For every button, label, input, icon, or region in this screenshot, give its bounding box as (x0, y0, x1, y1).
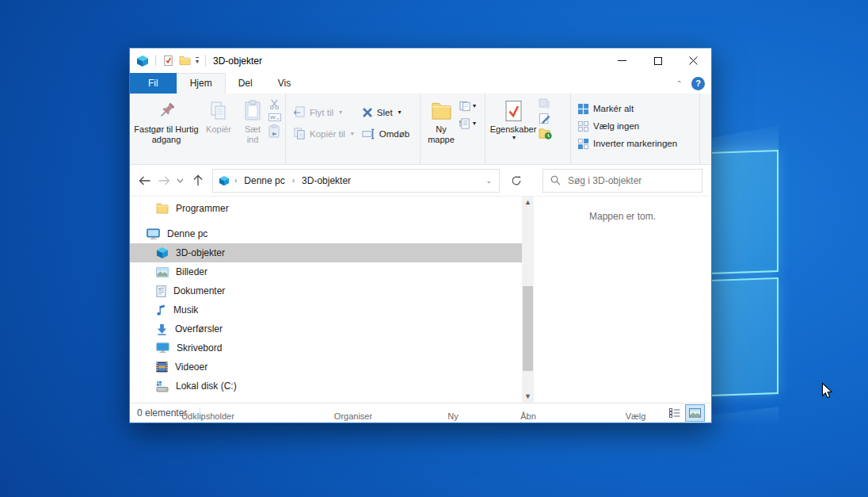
titlebar-separator (205, 55, 206, 67)
dropdown-icon (339, 109, 342, 116)
ribbon-group-organize: Flyt til Kopiér til Slet (286, 94, 421, 164)
pin-to-quick-access-button[interactable]: Fastgør til Hurtig adgang (132, 96, 200, 145)
recent-locations-icon[interactable] (177, 178, 184, 183)
sidebar-item-musik[interactable]: Musik (130, 300, 522, 319)
address-bar[interactable]: › Denne pc › 3D-objekter (212, 169, 500, 193)
group-label-clipboard: Udklipsholder (130, 411, 286, 421)
copy-button[interactable]: Kopiér (200, 96, 237, 136)
dropdown-icon (473, 120, 476, 127)
sidebar-scrollbar[interactable]: ▲ ▼ (522, 197, 534, 403)
sidebar-item-skrivebord[interactable]: Skrivebord (130, 338, 522, 357)
sidebar-item-billeder[interactable]: Billeder (130, 262, 522, 281)
copy-to-label: Kopiér til (310, 129, 345, 139)
tab-home[interactable]: Hjem (177, 73, 226, 94)
group-label-new: Ny (421, 411, 485, 421)
sidebar-item-label: Billeder (176, 266, 207, 277)
scroll-down-icon[interactable]: ▼ (524, 393, 531, 400)
navigation-pane: Programmer Denne pc 3D-objekter Billeder (130, 197, 522, 403)
pin-button-label: Fastgør til Hurtig adgang (134, 124, 199, 144)
local-disk-icon (156, 380, 169, 392)
sidebar-item-lokal-disk-c[interactable]: Lokal disk (C:) (130, 377, 522, 396)
file-explorer-window: ▾ 3D-objekter Fil Hjem Del Vis ⌃ (129, 48, 712, 423)
ribbon: Fastgør til Hurtig adgang Kopiér Sæt ind (130, 94, 711, 165)
sidebar-item-label: Programmer (176, 203, 229, 214)
qat-new-folder-icon[interactable] (179, 55, 191, 66)
scrollbar-thumb[interactable] (523, 286, 533, 371)
select-all-icon (577, 103, 589, 115)
new-item-button[interactable] (459, 101, 476, 112)
folder-content-pane[interactable]: Mappen er tom. (534, 197, 711, 403)
search-box[interactable] (542, 169, 702, 193)
properties-icon (504, 97, 523, 124)
delete-button[interactable]: Slet (358, 101, 413, 123)
sidebar-item-label: Skrivebord (177, 342, 222, 354)
easy-access-button[interactable] (459, 118, 476, 129)
dropdown-icon (398, 109, 402, 116)
copy-path-icon[interactable] (268, 113, 281, 122)
titlebar-separator (155, 55, 156, 67)
documents-icon (156, 285, 166, 297)
new-folder-button[interactable]: Ny mappe (423, 96, 459, 145)
history-icon[interactable] (539, 128, 552, 140)
tab-share[interactable]: Del (226, 73, 265, 94)
sidebar-item-videoer[interactable]: Videoer (130, 357, 522, 377)
forward-button[interactable] (158, 176, 170, 185)
address-dropdown-icon[interactable] (485, 177, 493, 185)
desktop-icon (156, 342, 169, 354)
sidebar-item-label: Dokumenter (173, 285, 225, 296)
cut-icon[interactable] (268, 98, 281, 110)
titlebar[interactable]: ▾ 3D-objekter (130, 48, 711, 73)
dropdown-icon (351, 131, 354, 137)
dropdown-icon (512, 135, 516, 141)
sidebar-item-denne-pc[interactable]: Denne pc (130, 224, 522, 243)
help-icon[interactable] (691, 77, 705, 90)
paste-button[interactable]: Sæt ind (237, 96, 268, 145)
empty-folder-message: Mappen er tom. (589, 211, 656, 222)
ribbon-group-select: Markér alt Vælg ingen Inverter markering… (571, 94, 700, 164)
sidebar-item-dokumenter[interactable]: Dokumenter (130, 281, 522, 300)
open-icon[interactable] (539, 98, 552, 109)
up-button[interactable] (193, 174, 203, 186)
sidebar-item-overfoersler[interactable]: Overførsler (130, 319, 522, 338)
3d-objects-cube-icon (136, 55, 149, 67)
pin-icon (156, 97, 177, 124)
select-none-button[interactable]: Vælg ingen (573, 117, 681, 135)
ribbon-tab-row: Fil Hjem Del Vis ⌃ (130, 73, 711, 94)
select-all-label: Markér alt (593, 104, 634, 113)
select-none-icon (577, 120, 589, 132)
properties-button[interactable]: Egenskaber (488, 96, 539, 142)
invert-selection-button[interactable]: Inverter markeringen (573, 135, 681, 152)
back-button[interactable] (139, 176, 151, 185)
tab-view[interactable]: Vis (265, 73, 303, 94)
scroll-up-icon[interactable]: ▲ (524, 199, 531, 206)
select-all-button[interactable]: Markér alt (573, 100, 681, 117)
rename-icon (362, 128, 375, 140)
rename-button[interactable]: Omdøb (358, 123, 413, 144)
qat-properties-icon[interactable] (162, 55, 174, 67)
this-pc-icon (147, 228, 160, 240)
quick-access-toolbar: ▾ (136, 55, 207, 67)
copy-to-icon (292, 127, 306, 140)
sidebar-item-programmer[interactable]: Programmer (130, 199, 522, 218)
copy-icon (209, 97, 228, 124)
copy-button-label: Kopiér (206, 124, 231, 135)
refresh-button[interactable] (511, 175, 522, 186)
tab-file[interactable]: Fil (130, 73, 177, 94)
qat-customize-dropdown-icon[interactable]: ▾ (196, 57, 199, 65)
move-to-button[interactable]: Flyt til (288, 101, 358, 123)
search-input[interactable] (568, 175, 695, 186)
edit-icon[interactable] (539, 113, 552, 124)
maximize-button[interactable] (640, 48, 676, 73)
breadcrumb-item-3d-objekter[interactable]: 3D-objekter (299, 175, 353, 186)
collapse-ribbon-icon[interactable]: ⌃ (676, 79, 683, 88)
sidebar-item-3d-objekter[interactable]: 3D-objekter (130, 243, 522, 262)
window-title: 3D-objekter (213, 55, 262, 67)
breadcrumb-item-denne-pc[interactable]: Denne pc (242, 175, 287, 186)
paste-shortcut-icon[interactable] (268, 124, 281, 138)
ribbon-group-open: Egenskaber (485, 94, 571, 164)
minimize-button[interactable] (604, 48, 640, 73)
rename-label: Omdøb (379, 129, 409, 139)
close-button[interactable] (676, 48, 711, 73)
copy-to-button[interactable]: Kopiér til (288, 123, 358, 144)
group-label-organize: Organiser (286, 411, 421, 421)
